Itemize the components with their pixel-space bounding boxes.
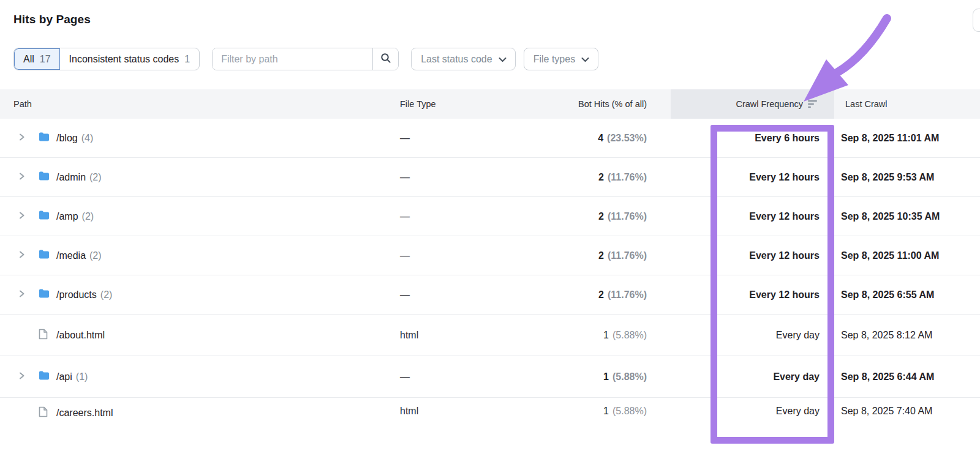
filter-tabs: All 17 Inconsistent status codes 1 <box>13 48 200 70</box>
path-cell[interactable]: /media(2) <box>0 249 392 262</box>
path-filter <box>212 48 399 70</box>
search-icon <box>380 53 391 65</box>
last-crawl-cell: Sep 8, 2025 7:40 AM <box>834 406 980 417</box>
crawl-frequency-cell: Every 12 hours <box>671 289 834 300</box>
search-input[interactable] <box>213 48 372 70</box>
path-count: (2) <box>89 250 102 261</box>
bot-hits-percent: (5.88%) <box>612 406 647 417</box>
chevron-right-icon[interactable] <box>18 289 26 300</box>
last-crawl-cell: Sep 8, 2025 8:12 AM <box>834 330 980 341</box>
chevron-right-icon[interactable] <box>18 371 26 382</box>
bot-hits-percent: (11.76%) <box>608 250 647 261</box>
bot-hits-percent: (11.76%) <box>608 172 647 183</box>
search-button[interactable] <box>372 48 398 70</box>
crawl-frequency-cell: Every 12 hours <box>671 172 834 183</box>
last-crawl-cell: Sep 8, 2025 10:35 AM <box>834 211 980 222</box>
chevron-right-icon[interactable] <box>18 250 26 261</box>
last-status-code-label: Last status code <box>421 54 492 65</box>
table-header: Path File Type Bot Hits (% of all) Crawl… <box>0 89 980 119</box>
tab-all-count: 17 <box>40 54 51 65</box>
file-type-cell: — <box>392 172 551 183</box>
sort-descending-icon <box>808 100 817 108</box>
file-types-label: File types <box>533 54 575 65</box>
table-row: /products(2)—2(11.76%)Every 12 hoursSep … <box>0 275 980 315</box>
path-label: /api <box>56 371 72 382</box>
crawl-frequency-cell: Every day <box>671 406 834 417</box>
bot-hits-count: 4 <box>598 133 603 144</box>
path-cell[interactable]: /careers.html <box>0 406 392 420</box>
column-header-last-crawl[interactable]: Last Crawl <box>834 89 980 119</box>
path-count: (4) <box>81 133 94 144</box>
bot-hits-percent: (11.76%) <box>608 289 647 300</box>
last-crawl-cell: Sep 8, 2025 11:00 AM <box>834 250 980 261</box>
bot-hits-count: 2 <box>598 250 604 261</box>
expand-toggle[interactable] <box>18 133 27 144</box>
chevron-right-icon[interactable] <box>18 211 26 222</box>
path-label: /about.html <box>56 330 105 341</box>
crawl-frequency-cell: Every day <box>671 371 834 382</box>
bot-hits-cell: 2(11.76%) <box>551 211 671 222</box>
folder-icon <box>38 171 50 184</box>
table-row: /media(2)—2(11.76%)Every 12 hoursSep 8, … <box>0 236 980 275</box>
expand-toggle[interactable] <box>18 289 27 300</box>
table-row: /api(1)—1(5.88%)Every daySep 8, 2025 6:4… <box>0 356 980 398</box>
bot-hits-percent: (11.76%) <box>608 211 647 222</box>
table-row: /careers.htmlhtml1(5.88%)Every daySep 8,… <box>0 398 980 450</box>
crawl-frequency-label: Crawl Frequency <box>736 99 803 109</box>
path-cell[interactable]: /blog(4) <box>0 132 392 144</box>
chevron-right-icon[interactable] <box>18 172 26 183</box>
last-status-code-dropdown[interactable]: Last status code <box>411 48 516 70</box>
table-row: /amp(2)—2(11.76%)Every 12 hoursSep 8, 20… <box>0 197 980 236</box>
folder-icon <box>38 370 50 383</box>
expand-toggle[interactable] <box>18 371 27 382</box>
tab-inconsistent-label: Inconsistent status codes <box>69 54 179 65</box>
chevron-right-icon[interactable] <box>18 133 26 144</box>
toolbar: All 17 Inconsistent status codes 1 Last … <box>13 48 980 70</box>
bot-hits-percent: (5.88%) <box>612 371 647 382</box>
column-header-crawl-frequency[interactable]: Crawl Frequency <box>671 89 834 119</box>
bot-hits-count: 1 <box>603 371 609 382</box>
path-cell[interactable]: /api(1) <box>0 370 392 383</box>
path-label: /products <box>56 289 97 300</box>
expand-toggle[interactable] <box>18 172 27 183</box>
file-type-cell: html <box>392 330 551 341</box>
column-header-path[interactable]: Path <box>0 89 392 119</box>
path-cell[interactable]: /products(2) <box>0 288 392 301</box>
last-crawl-cell: Sep 8, 2025 6:44 AM <box>834 371 980 382</box>
file-types-dropdown[interactable]: File types <box>524 48 598 70</box>
bot-hits-percent: (23.53%) <box>607 133 647 144</box>
table-row: /blog(4)—4(23.53%)Every 6 hoursSep 8, 20… <box>0 119 980 158</box>
path-label: /media <box>56 250 86 261</box>
file-icon <box>38 328 48 343</box>
tab-inconsistent-count: 1 <box>184 54 190 65</box>
crawl-frequency-cell: Every day <box>671 330 834 341</box>
tab-inconsistent-status-codes[interactable]: Inconsistent status codes 1 <box>60 48 200 70</box>
expand-toggle[interactable] <box>18 211 27 222</box>
tab-all-label: All <box>23 54 34 65</box>
file-icon <box>38 406 48 420</box>
cropped-corner-control[interactable] <box>973 9 980 32</box>
expand-toggle[interactable] <box>18 250 27 261</box>
bot-hits-count: 1 <box>603 406 609 417</box>
file-type-cell: — <box>392 371 551 382</box>
bot-hits-count: 2 <box>598 211 604 222</box>
bot-hits-cell: 1(5.88%) <box>551 330 671 341</box>
bot-hits-cell: 4(23.53%) <box>551 133 671 144</box>
bot-hits-percent: (5.88%) <box>612 330 647 341</box>
file-type-cell: — <box>392 250 551 261</box>
path-count: (2) <box>100 289 113 300</box>
crawl-frequency-cell: Every 12 hours <box>671 211 834 222</box>
column-header-file-type[interactable]: File Type <box>392 89 551 119</box>
path-cell[interactable]: /about.html <box>0 328 392 343</box>
bot-hits-cell: 1(5.88%) <box>551 406 671 417</box>
path-cell[interactable]: /amp(2) <box>0 210 392 223</box>
path-label: /amp <box>56 211 78 222</box>
path-label: /admin <box>56 172 86 183</box>
file-type-cell: — <box>392 289 551 300</box>
path-cell[interactable]: /admin(2) <box>0 171 392 184</box>
tab-all[interactable]: All 17 <box>14 48 60 70</box>
folder-icon <box>38 210 50 223</box>
crawl-frequency-cell: Every 6 hours <box>671 133 834 144</box>
chevron-down-icon <box>581 54 589 65</box>
column-header-bot-hits[interactable]: Bot Hits (% of all) <box>551 89 671 119</box>
